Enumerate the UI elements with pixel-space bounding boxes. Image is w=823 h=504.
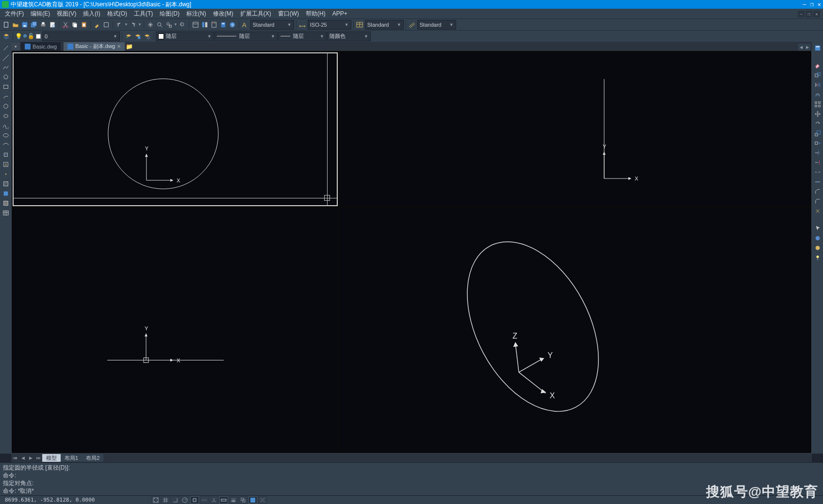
layer-dropdown[interactable]: 0▼	[42, 32, 120, 41]
layout-first-button[interactable]: ⏮	[11, 454, 19, 462]
document-tab-active[interactable]: Basic - 副本.dwg✕	[64, 42, 125, 51]
otrack-toggle[interactable]	[200, 496, 209, 504]
zoom-previous-button[interactable]	[178, 20, 187, 29]
dimstyle-dropdown[interactable]: ISO-25▼	[308, 20, 351, 30]
save-button[interactable]	[20, 20, 29, 29]
spline-tool[interactable]	[1, 121, 10, 130]
menu-item[interactable]: 格式(O)	[104, 9, 130, 18]
join-tool[interactable]	[813, 178, 822, 186]
dyn-toggle[interactable]	[219, 496, 228, 504]
coordinates-readout[interactable]: 8699.6361, -952.8128, 0.0000	[2, 497, 98, 503]
osnap-toggle[interactable]	[190, 496, 199, 504]
help-button[interactable]: ?	[228, 20, 237, 29]
annoscale-toggle[interactable]	[258, 496, 267, 504]
stretch-tool[interactable]	[813, 139, 822, 147]
menu-item[interactable]: APP+	[329, 10, 350, 17]
render-button[interactable]	[813, 244, 822, 252]
plotstyle-dropdown[interactable]: 随颜色▼	[327, 32, 371, 41]
zoom-dropdown[interactable]: ▼	[174, 22, 178, 27]
offset-tool[interactable]	[813, 90, 822, 99]
ellipsearc-tool[interactable]	[1, 141, 10, 149]
copy-button[interactable]	[70, 20, 79, 29]
point-tool[interactable]	[1, 170, 10, 179]
rectangle-tool[interactable]	[1, 82, 10, 91]
circle-tool[interactable]	[1, 102, 10, 111]
explode-tool[interactable]	[813, 207, 822, 215]
properties-panel-button[interactable]	[813, 44, 822, 52]
menu-item[interactable]: 标注(N)	[183, 9, 209, 18]
array-tool[interactable]	[813, 100, 822, 109]
polygon-tool[interactable]	[1, 73, 10, 81]
layer-states-button[interactable]	[133, 32, 142, 41]
cycle-toggle[interactable]	[239, 496, 247, 504]
fillet-tool[interactable]	[813, 197, 822, 206]
menu-item[interactable]: 视图(V)	[54, 9, 79, 18]
insert-tool[interactable]	[1, 150, 10, 159]
erase-tool[interactable]	[813, 61, 822, 70]
print-button[interactable]	[39, 20, 48, 29]
toolpalette-button[interactable]	[210, 20, 218, 29]
layout-tab-1[interactable]: 布局1	[61, 454, 82, 462]
vp-maximize-button[interactable]: ❐	[806, 11, 812, 17]
layer-isolate-button[interactable]	[143, 32, 151, 41]
menu-item[interactable]: 插入(I)	[80, 9, 103, 18]
tab-scroll-button[interactable]: ▾	[11, 42, 20, 50]
viewport-side[interactable]: X Y	[13, 208, 338, 452]
calc-button[interactable]	[219, 20, 228, 29]
copy-tool[interactable]	[813, 71, 822, 80]
color-dropdown[interactable]: 随层▼	[156, 32, 214, 41]
redo-dropdown[interactable]: ▼	[138, 22, 142, 27]
menu-item[interactable]: 工具(T)	[131, 9, 156, 18]
viewport-isometric[interactable]: X Y Z	[340, 208, 810, 452]
selection-button[interactable]	[813, 224, 822, 233]
dynucs-toggle[interactable]	[210, 496, 218, 504]
gradient-tool[interactable]	[1, 189, 10, 198]
saveall-button[interactable]	[30, 20, 38, 29]
undo-dropdown[interactable]: ▼	[124, 22, 128, 27]
ortho-toggle[interactable]	[171, 496, 180, 504]
tab-next-button[interactable]: ▶	[805, 44, 810, 50]
print-preview-button[interactable]	[48, 20, 57, 29]
menu-item[interactable]: 编辑(E)	[28, 9, 53, 18]
snap-toggle[interactable]	[151, 496, 160, 504]
xline-tool[interactable]	[1, 53, 10, 62]
drawing-area[interactable]: X Y X Y	[11, 42, 812, 454]
vp-minimize-button[interactable]: —	[798, 11, 805, 17]
layout-prev-button[interactable]: ◀	[19, 454, 27, 462]
zoom-window-button[interactable]	[165, 20, 173, 29]
lineweight-dropdown[interactable]: 随层▼	[278, 32, 327, 41]
extend-tool[interactable]	[813, 158, 822, 167]
layer-manager-button[interactable]	[2, 32, 11, 41]
layer-previous-button[interactable]	[124, 32, 133, 41]
polar-toggle[interactable]	[181, 496, 189, 504]
command-window[interactable]: 指定圆的半径或 [直径(D)]:命令:指定对角点:命令: *取消*命令:	[0, 462, 823, 495]
revcloud-tool[interactable]	[1, 112, 10, 120]
visual-style-button[interactable]	[813, 234, 822, 243]
blockeditor-button[interactable]	[102, 20, 111, 29]
minimize-button[interactable]: —	[803, 1, 806, 8]
paste-button[interactable]	[80, 20, 88, 29]
model-toggle[interactable]	[248, 496, 257, 504]
light-button[interactable]	[813, 253, 822, 262]
viewport-front[interactable]: X Y	[340, 52, 810, 206]
move-tool[interactable]	[813, 110, 822, 118]
tab-prev-button[interactable]: ◀	[798, 44, 804, 50]
menu-item[interactable]: 扩展工具(X)	[237, 9, 274, 18]
pan-button[interactable]	[146, 20, 155, 29]
line-tool[interactable]	[1, 44, 10, 52]
menu-item[interactable]: 帮助(H)	[303, 9, 329, 18]
table-tool[interactable]	[1, 209, 10, 217]
lwt-toggle[interactable]	[229, 496, 238, 504]
document-tab[interactable]: Basic.dwg	[21, 42, 61, 51]
tablestyle-dropdown[interactable]: Standard▼	[365, 20, 404, 30]
textstyle-dropdown[interactable]: Standard▼	[250, 20, 294, 30]
ellipse-tool[interactable]	[1, 131, 10, 140]
menu-item[interactable]: 窗口(W)	[275, 9, 302, 18]
layout-next-button[interactable]: ▶	[27, 454, 34, 462]
layout-last-button[interactable]: ⏭	[34, 454, 42, 462]
new-button[interactable]	[2, 20, 11, 29]
properties-button[interactable]	[191, 20, 200, 29]
block-tool[interactable]: A	[1, 160, 10, 169]
grid-toggle[interactable]	[161, 496, 170, 504]
cut-button[interactable]	[61, 20, 70, 29]
